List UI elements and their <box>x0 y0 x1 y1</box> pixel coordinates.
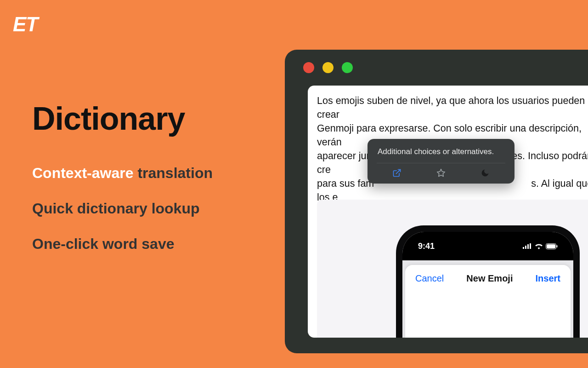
definition-tooltip: Additional choices or alternatives. <box>368 139 514 184</box>
signal-icon <box>523 243 532 249</box>
close-icon[interactable] <box>303 62 314 73</box>
feature-item: Context-aware translation <box>32 165 213 182</box>
article-line: para sus fam <box>317 178 374 189</box>
svg-marker-1 <box>437 169 445 177</box>
svg-rect-5 <box>530 243 531 249</box>
brand-logo: ET <box>13 13 38 36</box>
wifi-icon <box>535 243 543 249</box>
feature-text: Quick dictionary lookup <box>32 200 200 217</box>
feature-highlight: Context-aware <box>32 165 134 181</box>
phone-screen: 9:41 Cancel New Emoji Insert <box>402 232 573 338</box>
svg-rect-3 <box>525 246 526 249</box>
svg-rect-8 <box>557 245 558 247</box>
browser-window: Los emojis suben de nivel, ya que ahora … <box>285 50 588 353</box>
svg-rect-2 <box>523 247 524 249</box>
star-icon[interactable] <box>436 168 446 178</box>
tooltip-actions <box>368 163 514 184</box>
status-icons <box>523 243 558 249</box>
svg-rect-4 <box>527 244 529 249</box>
external-link-icon[interactable] <box>392 168 402 178</box>
svg-line-0 <box>396 170 400 174</box>
feature-item: Quick dictionary lookup <box>32 200 213 217</box>
cancel-button[interactable]: Cancel <box>415 273 444 284</box>
definition-text: Additional choices or alternatives. <box>368 139 514 163</box>
maximize-icon[interactable] <box>342 62 353 73</box>
page-content: Los emojis suben de nivel, ya que ahora … <box>308 86 588 338</box>
modal-title: New Emoji <box>466 273 513 284</box>
window-titlebar <box>285 50 588 86</box>
feature-text: translation <box>134 165 213 181</box>
phone-preview-area: 9:41 Cancel New Emoji Insert <box>317 200 588 338</box>
feature-item: One-click word save <box>32 236 213 253</box>
moon-icon[interactable] <box>480 168 490 178</box>
feature-text: One-click word save <box>32 236 174 252</box>
phone-time: 9:41 <box>418 242 435 251</box>
insert-button[interactable]: Insert <box>536 273 560 284</box>
minimize-icon[interactable] <box>322 62 334 73</box>
dynamic-island <box>460 238 515 254</box>
modal-header: Cancel New Emoji Insert <box>405 265 571 288</box>
article-line: Los emojis suben de nivel, ya que ahora … <box>317 95 585 120</box>
feature-list: Context-aware translation Quick dictiona… <box>32 165 213 271</box>
battery-icon <box>546 243 558 249</box>
page-title: Dictionary <box>32 100 185 137</box>
phone-frame: 9:41 Cancel New Emoji Insert <box>396 225 580 338</box>
svg-rect-7 <box>547 244 555 248</box>
new-emoji-modal: Cancel New Emoji Insert <box>405 265 571 338</box>
